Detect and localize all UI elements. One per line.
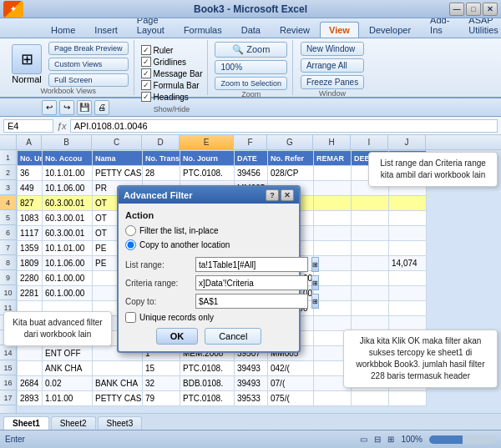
cell-14-h[interactable]	[314, 346, 352, 361]
cell-9-j[interactable]	[389, 271, 427, 286]
zoom-button[interactable]: 🔍 Zoom	[215, 42, 287, 58]
cell-2-b[interactable]: 10.1.01.00	[43, 166, 93, 181]
cell-15-g[interactable]: 042/(	[268, 361, 314, 376]
gridlines-checkbox[interactable]	[141, 57, 151, 67]
headings-checkbox[interactable]	[141, 92, 151, 102]
cell-2-j[interactable]	[389, 166, 427, 181]
cell-16-g[interactable]: 07/(	[268, 376, 314, 391]
radio-filter-in-place[interactable]: Filter the list, in-place	[125, 225, 292, 236]
cell-15-e[interactable]: PTC.0108.	[180, 361, 235, 376]
cell-2-g[interactable]: 028/CP	[268, 166, 314, 181]
cell-3-b[interactable]: 10.1.06.00	[43, 181, 93, 196]
page-break-preview-button[interactable]: Page Break Preview	[48, 42, 129, 55]
cell-17-c[interactable]: PETTY CAS	[93, 391, 143, 406]
tab-review[interactable]: Review	[271, 22, 319, 38]
zoom-100-button[interactable]: 100%	[215, 60, 287, 74]
cell-10-h[interactable]	[314, 286, 352, 301]
sheet-tab-3[interactable]: Sheet3	[98, 416, 143, 430]
cell-17-b[interactable]: 1.01.00	[43, 391, 93, 406]
cell-2-i[interactable]	[352, 166, 389, 181]
undo-button[interactable]: ↩	[42, 100, 57, 115]
radio-in-place-input[interactable]	[125, 225, 136, 236]
cell-17-i[interactable]	[352, 391, 389, 406]
cell-2-h[interactable]	[314, 166, 352, 181]
cell-reference-input[interactable]	[3, 119, 53, 133]
cell-6-i[interactable]	[352, 226, 389, 241]
cell-8-i[interactable]	[352, 256, 389, 271]
cell-17-g[interactable]: 075/(	[268, 391, 314, 406]
cell-16-h[interactable]	[314, 376, 352, 391]
cell-11-j[interactable]	[389, 301, 427, 316]
cell-15-i[interactable]	[352, 361, 389, 376]
cell-5-i[interactable]	[352, 211, 389, 226]
redo-button[interactable]: ↪	[59, 100, 74, 115]
cell-h1-a[interactable]: No. Urut	[18, 151, 43, 166]
cell-6-a[interactable]: 1117	[18, 226, 43, 241]
print-button[interactable]: 🖨	[94, 100, 109, 115]
cell-10-i[interactable]	[352, 286, 389, 301]
list-range-input[interactable]	[195, 257, 308, 272]
cell-10-b[interactable]: 60.1.00.00	[43, 286, 93, 301]
cell-16-d[interactable]: 32	[143, 376, 180, 391]
cell-16-c[interactable]: BANK CHA	[93, 376, 143, 391]
unique-records-row[interactable]: Unique records only	[125, 312, 292, 323]
message-bar-check[interactable]: Message Bar	[141, 68, 203, 78]
formula-bar-check[interactable]: Formula Bar	[141, 80, 203, 90]
cell-14-a[interactable]	[18, 346, 43, 361]
radio-copy-to-location[interactable]: Copy to another location	[125, 239, 292, 250]
cell-12-b[interactable]	[43, 316, 93, 331]
new-window-button[interactable]: New Window	[301, 42, 364, 56]
tab-insert[interactable]: Insert	[85, 22, 127, 38]
cell-13-a[interactable]	[18, 331, 43, 346]
cell-7-i[interactable]	[352, 241, 389, 256]
ruler-checkbox[interactable]	[141, 45, 151, 55]
tab-data[interactable]: Data	[232, 22, 270, 38]
radio-copy-input[interactable]	[125, 239, 136, 250]
sheet-tab-1[interactable]: Sheet1	[3, 416, 49, 430]
normal-view-button[interactable]: ⊞ Normal	[8, 43, 45, 86]
cell-13-b[interactable]	[43, 331, 93, 346]
save-button[interactable]: 💾	[77, 100, 92, 115]
cell-h1-i[interactable]: DEBET	[352, 151, 389, 166]
cell-7-a[interactable]: 1359	[18, 241, 43, 256]
cell-h1-f[interactable]: DATE	[235, 151, 268, 166]
custom-views-button[interactable]: Custom Views	[48, 58, 129, 71]
cell-h1-e[interactable]: No. Journ	[180, 151, 235, 166]
zoom-to-selection-button[interactable]: Zoom to Selection	[215, 77, 287, 90]
cell-14-j[interactable]	[389, 346, 427, 361]
cell-17-j[interactable]	[389, 391, 427, 406]
list-range-select-button[interactable]: ⊞	[311, 257, 319, 272]
advanced-filter-dialog[interactable]: Advanced Filter ? ✕ Action Filter the li…	[117, 185, 301, 353]
cell-4-i[interactable]	[352, 196, 389, 211]
cell-14-i[interactable]	[352, 346, 389, 361]
cell-10-j[interactable]	[389, 286, 427, 301]
cell-17-e[interactable]: PTC.0108.	[180, 391, 235, 406]
cell-12-h[interactable]	[314, 316, 352, 331]
cell-5-h[interactable]	[314, 211, 352, 226]
cell-h1-d[interactable]: No. Trans	[143, 151, 180, 166]
cell-4-b[interactable]: 60.3.00.01	[43, 196, 93, 211]
cell-4-h[interactable]	[314, 196, 352, 211]
cell-3-i[interactable]	[352, 181, 389, 196]
dialog-help-button[interactable]: ?	[266, 189, 279, 201]
cell-4-j[interactable]	[389, 196, 427, 211]
cell-11-b[interactable]	[43, 301, 93, 316]
cell-7-h[interactable]	[314, 241, 352, 256]
cell-6-h[interactable]	[314, 226, 352, 241]
maximize-button[interactable]: □	[466, 3, 481, 16]
cell-h1-h[interactable]: REMAR	[314, 151, 352, 166]
cell-7-j[interactable]	[389, 241, 427, 256]
cell-16-b[interactable]: 0.02	[43, 376, 93, 391]
cell-9-b[interactable]: 60.1.00.00	[43, 271, 93, 286]
cell-3-a[interactable]: 449	[18, 181, 43, 196]
cell-15-h[interactable]	[314, 361, 352, 376]
full-screen-button[interactable]: Full Screen	[48, 73, 129, 87]
cell-15-b[interactable]: ANK CHA	[43, 361, 93, 376]
tab-view[interactable]: View	[320, 22, 359, 38]
cell-16-a[interactable]: 2684	[18, 376, 43, 391]
cell-2-f[interactable]: 39456	[235, 166, 268, 181]
cell-17-h[interactable]	[314, 391, 352, 406]
cell-h1-j[interactable]: CREDI	[389, 151, 427, 166]
cell-2-d[interactable]: 28	[143, 166, 180, 181]
cell-h1-g[interactable]: No. Refer	[268, 151, 314, 166]
